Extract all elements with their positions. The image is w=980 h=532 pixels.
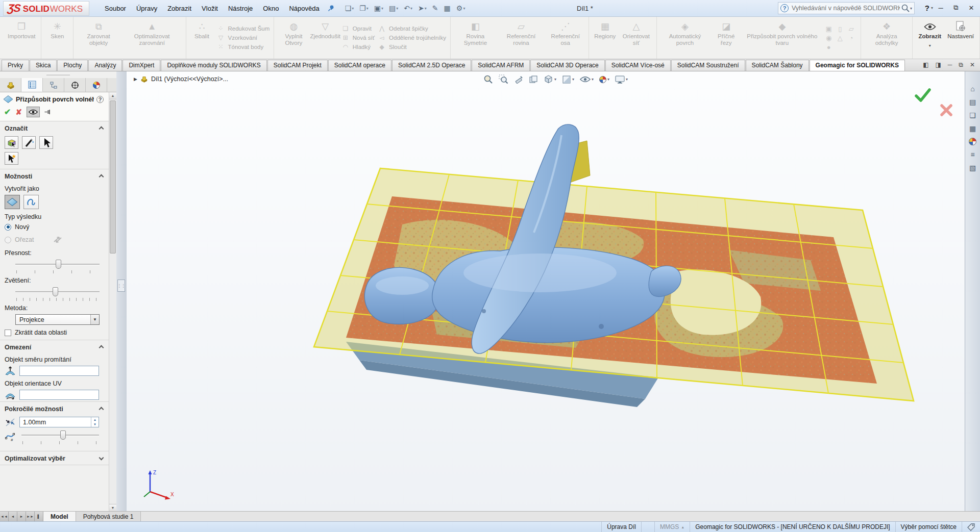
scroll-thumb[interactable] bbox=[110, 100, 116, 254]
ok-check-button[interactable]: ✔ bbox=[4, 107, 11, 117]
brush-select-tool-button[interactable] bbox=[22, 136, 36, 149]
tag-icon[interactable] bbox=[962, 522, 980, 532]
ribbon-analyza-odchylky-button[interactable]: ❖Analýza odchylky bbox=[864, 17, 910, 59]
save-icon[interactable]: ▣▾ bbox=[372, 3, 385, 13]
menu-okno[interactable]: Okno bbox=[258, 2, 284, 15]
help-menu[interactable]: ?▾ bbox=[925, 4, 933, 12]
torus-shape-icon[interactable]: ◔ bbox=[847, 34, 856, 42]
spin-down-icon[interactable]: ▼ bbox=[91, 422, 99, 427]
zobrazit-dropdown-icon[interactable]: ▾ bbox=[929, 43, 931, 49]
tab-dimxpert[interactable]: DimXpert bbox=[122, 60, 160, 71]
pin-menu-icon[interactable] bbox=[328, 5, 335, 12]
forum-icon[interactable]: ▧ bbox=[969, 164, 976, 172]
metoda-dropdown[interactable]: Projekce ▼ bbox=[15, 314, 100, 325]
radio-novy[interactable]: Nový bbox=[0, 221, 109, 233]
ribbon-vyplnit-otvory-button[interactable]: ◍Vyplnit Otvory bbox=[277, 17, 310, 59]
select-icon[interactable]: ➤▾ bbox=[416, 3, 429, 13]
uv-input[interactable] bbox=[19, 390, 99, 400]
section-view-icon[interactable] bbox=[528, 74, 538, 85]
radio-orezat[interactable]: Ořezat bbox=[0, 233, 109, 247]
pokrocile-slider[interactable] bbox=[21, 430, 99, 440]
ribbon-automaticky-povrch-button[interactable]: ◈Automatický povrch bbox=[659, 17, 710, 59]
menu-vlozit[interactable]: Vložit bbox=[197, 2, 223, 15]
ribbon-nova-sit-button[interactable]: ⊞Nová síť bbox=[341, 34, 375, 41]
tab-plochy[interactable]: Plochy bbox=[57, 60, 88, 71]
view-palette-icon[interactable]: ▦ bbox=[969, 124, 976, 133]
doc-minimize-button[interactable]: ─ bbox=[948, 61, 952, 68]
zoom-fit-icon[interactable] bbox=[483, 74, 494, 85]
open-document-icon[interactable]: ❐▾ bbox=[357, 3, 371, 13]
new-document-icon[interactable]: ❏▾ bbox=[343, 3, 356, 13]
nav-prev-icon[interactable]: ◄ bbox=[9, 512, 17, 521]
view-orientation-icon[interactable]: ▾ bbox=[543, 74, 557, 85]
tab-geomagic[interactable]: Geomagic for SOLIDWORKS bbox=[810, 60, 905, 71]
spin-up-icon[interactable]: ▲ bbox=[91, 417, 99, 422]
nav-split-handle[interactable]: ▌ bbox=[35, 512, 43, 521]
menu-soubor[interactable]: Soubor bbox=[100, 2, 131, 15]
restore-button[interactable]: ⧉ bbox=[949, 3, 963, 13]
zoom-area-icon[interactable] bbox=[498, 74, 509, 85]
cylinder-shape-icon[interactable]: ▯ bbox=[836, 25, 845, 33]
tab-solidcam-sablony[interactable]: SolidCAM Šablony bbox=[746, 60, 809, 71]
tab-solidcam-25d[interactable]: SolidCAM 2.5D Operace bbox=[392, 60, 471, 71]
cancel-x-corner-button[interactable] bbox=[939, 103, 953, 117]
panel-splitter[interactable]: ⋮⋮ bbox=[116, 71, 127, 511]
ribbon-zjednodusit-button[interactable]: ▽Zjednodušit bbox=[311, 17, 340, 59]
pane-left-icon[interactable]: ◧ bbox=[923, 61, 928, 68]
file-explorer-icon[interactable]: ❏ bbox=[969, 111, 976, 119]
tab-solidcam-projekt[interactable]: SolidCAM Projekt bbox=[267, 60, 328, 71]
select-box-tool-button[interactable] bbox=[5, 136, 18, 149]
feature-breadcrumb[interactable]: ▶ Díl1 (Výchozí<<Výchozí>... bbox=[134, 75, 228, 83]
menu-zobrazit[interactable]: Zobrazit bbox=[162, 2, 197, 15]
resources-home-icon[interactable]: ⌂ bbox=[970, 85, 974, 93]
ribbon-opravit-button[interactable]: ❏Opravit bbox=[341, 25, 375, 32]
ribbon-sbalit-button[interactable]: ∴Sbalit bbox=[189, 17, 215, 59]
menu-napoveda[interactable]: Nápověda bbox=[284, 2, 324, 15]
display-manager-tab-icon[interactable] bbox=[86, 78, 107, 92]
ribbon-sloucit-button[interactable]: ◆Sloučit bbox=[378, 43, 446, 50]
motion-study-tab[interactable]: Pohybová studie 1 bbox=[76, 512, 141, 521]
ribbon-referencni-osa-button[interactable]: ⋰Referenční osa bbox=[545, 17, 586, 59]
doc-restore-button[interactable]: ⧉ bbox=[959, 61, 963, 68]
cancel-x-button[interactable]: ✘ bbox=[15, 108, 22, 117]
ribbon-orientovat-sit-button[interactable]: △Orientovat síť bbox=[618, 17, 654, 59]
zkratit-checkbox-row[interactable]: Zkrátit data oblasti bbox=[0, 326, 109, 340]
slider-thumb[interactable] bbox=[60, 430, 66, 440]
section-oznacit[interactable]: Označit bbox=[0, 121, 109, 135]
section-optimalizovat[interactable]: Optimalizovat výběr bbox=[0, 451, 109, 465]
nav-first-icon[interactable]: ◄◄ bbox=[0, 512, 9, 521]
splitter-grip[interactable]: ⋮⋮ bbox=[117, 280, 125, 292]
ribbon-prizpusobit-button[interactable]: ◆Přizpůsobit povrch volného tvaru bbox=[742, 17, 822, 59]
hide-show-items-icon[interactable]: ▾ bbox=[579, 75, 594, 83]
graphics-viewport[interactable]: ▶ Díl1 (Výchozí<<Výchozí>... bbox=[127, 71, 965, 511]
panel-scrollbar[interactable]: ▲ ▼ bbox=[109, 92, 116, 511]
ribbon-odebrat-spicky-button[interactable]: ⋀Odebrat špičky bbox=[378, 25, 446, 32]
box-shape-icon[interactable]: ▣ bbox=[824, 25, 834, 33]
slider-thumb[interactable] bbox=[56, 260, 61, 269]
section-omezeni[interactable]: Omezení bbox=[0, 340, 109, 353]
ribbon-optimalizovat-button[interactable]: ▲Optimalizovat zarovnání bbox=[121, 17, 183, 59]
close-button[interactable]: ✕ bbox=[965, 3, 978, 13]
checkbox[interactable] bbox=[5, 330, 11, 336]
view-settings-icon[interactable]: ▾ bbox=[615, 75, 628, 84]
minimize-button[interactable]: ─ bbox=[934, 3, 947, 13]
section-moznosti[interactable]: Možnosti bbox=[0, 169, 109, 183]
ribbon-zarovnat-button[interactable]: ⧉Zarovnat objekty bbox=[76, 17, 121, 59]
sphere-shape-icon[interactable]: ● bbox=[824, 43, 834, 51]
ribbon-redukovat-sum-button[interactable]: ⁘Redukovat Šum bbox=[217, 25, 270, 32]
tab-solidcam-afrm[interactable]: SolidCAM AFRM bbox=[472, 60, 530, 71]
nav-next-icon[interactable]: ► bbox=[17, 512, 26, 521]
tab-doplnkove-moduly[interactable]: Doplňkové moduly SOLIDWORKS bbox=[161, 60, 266, 71]
preview-eye-button[interactable] bbox=[27, 107, 40, 117]
dimxpert-manager-tab-icon[interactable] bbox=[64, 78, 86, 92]
menu-nastroje[interactable]: Nástroje bbox=[223, 2, 258, 15]
menu-upravy[interactable]: Úpravy bbox=[131, 2, 162, 15]
ribbon-zobrazit-button[interactable]: Zobrazit ▾ bbox=[915, 17, 944, 59]
cone-shape-icon[interactable]: △ bbox=[836, 34, 845, 42]
tab-solidcam-soustruzeni[interactable]: SolidCAM Soustružení bbox=[671, 60, 745, 71]
sheet-grid-icon[interactable]: ▦ bbox=[442, 3, 453, 13]
create-curves-button[interactable] bbox=[23, 195, 39, 209]
ribbon-pricne-rezy-button[interactable]: ◪Příčné řezy bbox=[710, 17, 742, 59]
section-pokrocile[interactable]: Pokročilé možnosti bbox=[0, 401, 109, 415]
smer-input[interactable] bbox=[19, 366, 99, 376]
